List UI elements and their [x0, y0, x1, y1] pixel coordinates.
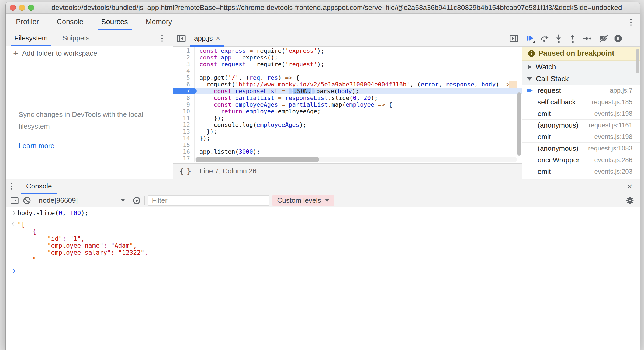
line-number-7[interactable]: 7 — [173, 88, 195, 94]
navigator-tab-filesystem[interactable]: Filesystem — [11, 30, 51, 46]
frame-location[interactable]: request.js:1083 — [588, 145, 632, 152]
line-number-6[interactable]: 6 — [173, 81, 195, 88]
main-tab-sources[interactable]: Sources — [98, 14, 131, 30]
console-sidebar-button[interactable] — [8, 195, 21, 206]
minimize-window-button[interactable] — [19, 5, 25, 11]
line-number-8[interactable]: 8 — [173, 94, 195, 101]
step-out-button[interactable] — [566, 32, 580, 45]
sidebar-scrollbar[interactable] — [636, 49, 639, 74]
code-line-content[interactable]: const responseList = JSON.parse(body); — [195, 88, 522, 94]
pause-on-exceptions-button[interactable] — [611, 32, 625, 45]
call-stack-frame[interactable]: (anonymous)request.js:1083 — [522, 143, 640, 154]
call-stack-frame[interactable]: emitevents.js:198 — [522, 131, 640, 143]
line-number-12[interactable]: 12 — [173, 121, 195, 128]
close-window-button[interactable] — [10, 5, 16, 11]
main-tab-profiler[interactable]: Profiler — [13, 14, 42, 30]
code-line-content[interactable]: }); — [195, 115, 522, 121]
line-number-3[interactable]: 3 — [173, 61, 195, 68]
call-stack-frame[interactable]: requestapp.js:7 — [522, 85, 640, 96]
console-close-button[interactable]: × — [624, 181, 635, 192]
code-line-content[interactable]: console.log(employeeAges); — [195, 121, 522, 128]
code-line-content[interactable]: app.listen(3000); — [195, 148, 522, 155]
frame-location[interactable]: events.js:286 — [594, 156, 632, 164]
navigator-tab-snippets[interactable]: Snippets — [58, 30, 93, 46]
main-tab-console[interactable]: Console — [54, 14, 87, 30]
navigator-menu-button[interactable] — [157, 33, 167, 43]
call-stack-frame[interactable]: emitevents.js:203 — [522, 166, 640, 177]
frame-location[interactable]: events.js:198 — [594, 110, 632, 117]
code-editor[interactable]: 1const express = require('express');2con… — [173, 47, 522, 164]
code-token: const — [214, 88, 231, 94]
pretty-print-icon[interactable]: { } — [179, 167, 191, 175]
line-number-4[interactable]: 4 — [173, 68, 195, 74]
line-number-13[interactable]: 13 — [173, 128, 195, 135]
deactivate-breakpoints-icon — [600, 34, 609, 43]
clear-console-button[interactable] — [21, 195, 33, 206]
line-number-11[interactable]: 11 — [173, 115, 195, 121]
line-number-14[interactable]: 14 — [173, 135, 195, 142]
console-input-row[interactable]: body.slice(0, 100); — [6, 207, 640, 219]
line-number-1[interactable]: 1 — [173, 47, 195, 54]
console-menu-button[interactable] — [6, 179, 16, 194]
code-token: responseList — [285, 94, 328, 101]
resume-button[interactable] — [524, 32, 538, 45]
line-number-10[interactable]: 10 — [173, 108, 195, 115]
call-stack-frame[interactable]: emitevents.js:198 — [522, 108, 640, 120]
code-line-content[interactable]: const app = express(); — [195, 54, 522, 61]
code-line-content[interactable]: const request = require('request'); — [195, 61, 522, 68]
custom-levels-dropdown[interactable]: Custom levels — [272, 195, 334, 206]
call-stack-frame[interactable]: onceWrapperevents.js:286 — [522, 154, 640, 166]
console-filter-input[interactable] — [148, 195, 269, 206]
inline-breakpoint-marker-icon[interactable] — [289, 88, 293, 94]
zoom-window-button[interactable] — [28, 5, 34, 11]
line-number-5[interactable]: 5 — [173, 74, 195, 81]
line-number-2[interactable]: 2 — [173, 54, 195, 61]
code-line-content[interactable] — [195, 68, 522, 74]
line-number-17[interactable]: 17 — [173, 155, 195, 162]
main-tab-memory[interactable]: Memory — [143, 14, 175, 30]
line-number-15[interactable]: 15 — [173, 142, 195, 148]
step-button[interactable] — [580, 32, 594, 45]
main-menu-button[interactable] — [626, 17, 636, 27]
step-over-button[interactable] — [538, 32, 552, 45]
execution-context-selector[interactable]: node[96609] — [39, 196, 125, 205]
code-line-content[interactable]: }); — [195, 135, 522, 142]
watch-section-header[interactable]: Watch — [522, 61, 640, 73]
show-navigator-button[interactable] — [176, 33, 187, 44]
line-number-16[interactable]: 16 — [173, 148, 195, 155]
frame-location[interactable]: request.js:1161 — [589, 121, 632, 129]
call-stack-frame[interactable]: (anonymous)request.js:1161 — [522, 120, 640, 131]
editor-horizontal-scrollbar-thumb[interactable] — [196, 157, 319, 162]
code-token: => — [503, 81, 510, 88]
frame-location[interactable]: request.js:185 — [592, 98, 632, 106]
code-line-content[interactable]: }); — [195, 128, 522, 135]
console-result-row[interactable]: "[ { "id": "1", "employee_name": "Adam",… — [6, 219, 640, 265]
code-line-content[interactable]: const partialList = responseList.slice(0… — [195, 94, 522, 101]
tab-close-icon[interactable]: × — [216, 34, 220, 43]
live-expression-button[interactable] — [130, 195, 143, 206]
show-debugger-sidebar-button[interactable] — [508, 33, 520, 44]
console-tab[interactable]: Console — [21, 179, 57, 194]
frame-location[interactable]: events.js:203 — [594, 168, 632, 175]
console-settings-button[interactable] — [624, 195, 636, 206]
call-stack-section-header[interactable]: Call Stack — [522, 73, 640, 85]
editor-vertical-scrollbar[interactable] — [517, 92, 521, 156]
line-number-9[interactable]: 9 — [173, 101, 195, 108]
code-line-content[interactable]: const employeeAges = partialList.map(emp… — [195, 101, 522, 108]
frame-location[interactable]: app.js:7 — [610, 87, 632, 94]
deactivate-breakpoints-button[interactable] — [597, 32, 611, 45]
code-line-content[interactable]: const express = require('express'); — [195, 47, 522, 54]
inline-breakpoint-marker-icon[interactable] — [312, 88, 315, 94]
code-line-content[interactable]: app.get('/', (req, res) => { — [195, 74, 522, 81]
file-tab-appjs[interactable]: app.js × — [190, 30, 224, 46]
code-line-content[interactable]: request('http://www.mocky.io/v2/5e1a9abe… — [195, 81, 522, 88]
code-line-content[interactable] — [195, 142, 522, 148]
editor-horizontal-scrollbar-track[interactable] — [195, 157, 517, 162]
add-folder-button[interactable]: + Add folder to workspace — [6, 46, 173, 61]
call-stack-frame[interactable]: self.callbackrequest.js:185 — [522, 96, 640, 108]
learn-more-link[interactable]: Learn more — [19, 140, 54, 152]
code-line-content[interactable]: return employee.employeeAge; — [195, 108, 522, 115]
frame-location[interactable]: events.js:198 — [594, 133, 632, 141]
console-prompt[interactable] — [6, 265, 640, 275]
step-into-button[interactable] — [552, 32, 566, 45]
